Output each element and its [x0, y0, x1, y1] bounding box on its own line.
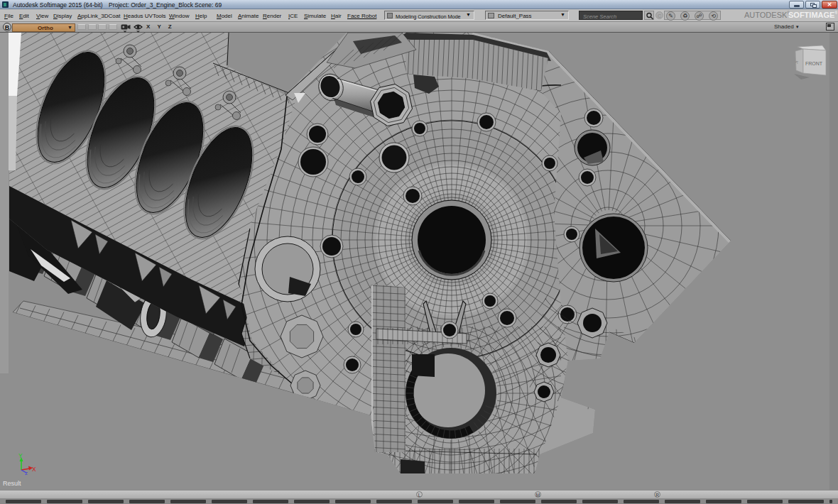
svg-text:FRONT: FRONT — [805, 61, 823, 66]
svg-text:z: z — [25, 470, 28, 476]
svg-text:Y: Y — [18, 452, 23, 459]
svg-text:X: X — [32, 466, 36, 473]
